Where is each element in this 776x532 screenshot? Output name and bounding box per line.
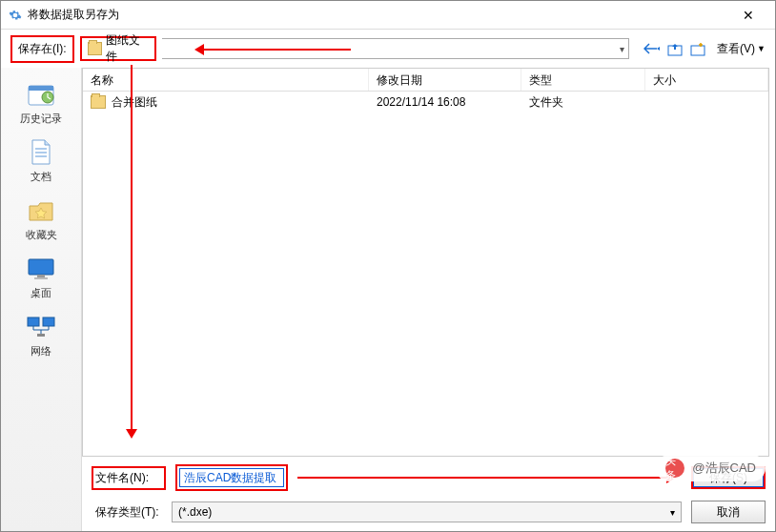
sidebar-item-history[interactable]: 历史记录	[6, 75, 77, 132]
save-in-label: 保存在(I):	[10, 35, 74, 63]
save-as-dialog: 将数据提取另存为 ✕ 保存在(I): 图纸文件 ▾ 查看(V) ▼	[0, 0, 776, 532]
svg-rect-9	[43, 317, 54, 326]
svg-rect-7	[34, 277, 48, 279]
window-title: 将数据提取另存为	[28, 7, 729, 23]
save-in-combo[interactable]: 图纸文件	[80, 36, 156, 61]
nav-buttons	[643, 39, 707, 58]
annotation-arrow	[198, 49, 351, 51]
up-button[interactable]	[665, 39, 684, 58]
filename-group: 文件名(N):	[92, 466, 166, 490]
chevron-down-icon: ▾	[620, 44, 624, 54]
svg-rect-6	[37, 275, 45, 277]
annotation-arrow	[131, 65, 133, 435]
watermark: 头条 @浩辰CAD	[656, 455, 766, 481]
favorites-icon	[26, 197, 56, 224]
sidebar-item-label: 文档	[31, 170, 51, 184]
watermark-text: @浩辰CAD	[692, 460, 756, 477]
document-icon	[26, 139, 56, 166]
filename-input[interactable]	[179, 468, 284, 487]
sidebar-item-desktop[interactable]: 桌面	[6, 250, 77, 306]
chevron-down-icon: ▼	[757, 44, 766, 53]
list-header: 名称 修改日期 类型 大小	[83, 69, 768, 92]
svg-rect-8	[28, 317, 39, 326]
gear-icon	[9, 9, 22, 22]
up-folder-icon	[667, 41, 683, 56]
column-type[interactable]: 类型	[521, 69, 645, 91]
column-date[interactable]: 修改日期	[369, 69, 521, 91]
filetype-label: 保存类型(T):	[95, 504, 162, 521]
folder-icon	[88, 42, 102, 55]
svg-rect-1	[691, 46, 705, 55]
network-icon	[26, 314, 56, 340]
close-button[interactable]: ✕	[729, 8, 767, 23]
svg-rect-5	[29, 259, 53, 275]
svg-rect-10	[37, 334, 45, 337]
cancel-button[interactable]: 取消	[691, 501, 766, 523]
column-size[interactable]: 大小	[645, 69, 768, 91]
svg-rect-3	[29, 86, 53, 91]
annotation-arrow	[297, 477, 672, 479]
view-label: 查看(V)	[717, 41, 755, 57]
new-folder-button[interactable]	[688, 39, 707, 58]
file-name: 合并图纸	[112, 94, 157, 111]
title-bar: 将数据提取另存为 ✕	[1, 1, 775, 30]
sidebar-item-network[interactable]: 网络	[6, 308, 77, 364]
view-button[interactable]: 查看(V) ▼	[717, 41, 766, 57]
history-icon	[26, 81, 56, 108]
places-sidebar: 历史记录 文档 收藏夹 桌面	[1, 68, 82, 531]
toolbar: 保存在(I): 图纸文件 ▾ 查看(V) ▼	[1, 30, 775, 68]
sidebar-item-document[interactable]: 文档	[6, 133, 77, 190]
column-name[interactable]: 名称	[83, 69, 369, 91]
file-list[interactable]: 合并图纸 2022/11/14 16:08 文件夹	[83, 92, 768, 456]
chevron-down-icon: ▾	[670, 507, 675, 518]
filetype-combo[interactable]: (*.dxe) ▾	[172, 501, 682, 522]
sidebar-item-favorites[interactable]: 收藏夹	[6, 192, 77, 248]
sidebar-item-label: 桌面	[31, 286, 51, 300]
file-type: 文件夹	[521, 91, 645, 114]
sidebar-item-label: 网络	[31, 344, 51, 358]
desktop-icon	[26, 256, 56, 282]
watermark-icon: 头条	[665, 459, 684, 478]
file-list-area: 名称 修改日期 类型 大小 合并图纸 2022/11/14 16:08 文件夹	[82, 68, 769, 457]
back-button[interactable]	[643, 39, 662, 58]
sidebar-item-label: 历史记录	[20, 112, 62, 126]
new-folder-icon	[690, 41, 705, 56]
file-size	[645, 98, 768, 106]
filename-label: 文件名(N):	[95, 470, 162, 486]
sidebar-item-label: 收藏夹	[26, 228, 57, 242]
list-item[interactable]: 合并图纸 2022/11/14 16:08 文件夹	[83, 92, 768, 113]
file-date: 2022/11/14 16:08	[369, 92, 521, 113]
folder-icon	[91, 95, 106, 109]
back-arrow-icon	[643, 42, 661, 55]
filetype-value: (*.dxe)	[178, 505, 212, 519]
save-in-value: 图纸文件	[106, 32, 149, 65]
